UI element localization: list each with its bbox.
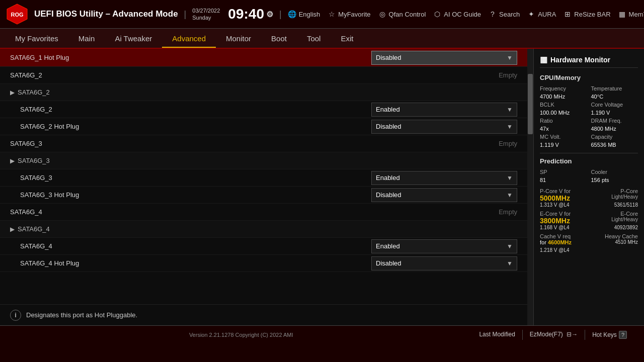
dropdown-value-sata6g4-hotplug: Disabled [376,259,401,267]
dropdown-sata6g4[interactable]: Enabled ▼ [371,239,517,253]
settings-icon[interactable]: ⚙ [266,10,273,19]
main-content: SATA6G_1 Hot Plug Disabled ▼ SATA6G_2 Em… [0,49,644,325]
ezmode-btn[interactable]: EzMode(F7) ⊟→ [522,330,585,340]
dropdown-sata6g3-hotplug[interactable]: Disabled ▼ [371,188,517,202]
bios-table: SATA6G_1 Hot Plug Disabled ▼ SATA6G_2 Em… [0,49,527,304]
search-label: Search [499,11,520,18]
dropdown-sata6g1-hotplug[interactable]: Disabled ▼ [371,51,517,65]
info-bar: i Designates this port as Hot Pluggable. [0,304,527,325]
row-sata6g3-section[interactable]: ▶ SATA6G_3 [0,152,527,169]
hw-monitor-title-text: Hardware Monitor [550,56,610,64]
chevron-down-icon: ▼ [507,54,513,61]
cache-row1: Cache V req Heavy Cache [540,233,638,239]
nav-aitweaker[interactable]: Ai Tweaker [105,30,162,47]
cache-block: Cache V req Heavy Cache for 4600MHz 4510… [540,233,638,253]
info-icon: i [10,310,21,321]
row-sata6g4-hotplug[interactable]: SATA6G_4 Hot Plug Disabled ▼ [0,255,527,272]
hw-monitor-panel: ▦ Hardware Monitor CPU/Memory Frequency … [533,49,644,325]
header-aioc[interactable]: ⬡ AI OC Guide [433,10,481,19]
expand-arrow-icon: ▶ [10,89,15,96]
footer-version: Version 2.21.1278 Copyright (C) 2022 AMI [189,332,293,338]
hotkeys-key-icon: ? [619,331,627,339]
header-myfavorite[interactable]: ☆ MyFavorite [327,10,370,19]
prediction-grid: SP Cooler 81 156 pts [540,169,638,183]
pcore-v-label: P-Core V for [540,188,571,194]
row-sata6g2[interactable]: SATA6G_2 Enabled ▼ [0,101,527,118]
question-icon: ? [488,10,497,19]
nav-boot[interactable]: Boot [261,30,297,47]
cpu-memory-grid: Frequency Temperature 4700 MHz 40°C BCLK… [540,85,638,148]
globe-icon: 🌐 [288,10,297,19]
chevron-down-icon: ▼ [507,106,513,113]
dropdown-sata6g2-hotplug[interactable]: Disabled ▼ [371,120,517,134]
row-sata6g3-status: SATA6G_3 Empty [0,135,527,152]
chevron-down-icon: ▼ [507,123,513,130]
corevolt-label: Core Voltage [591,102,638,108]
dropdown-sata6g4-hotplug[interactable]: Disabled ▼ [371,256,517,270]
dropdown-value-sata6g3: Enabled [376,174,400,182]
pcore-block: P-Core V for P-Core 5000MHz Light/Heavy … [540,188,638,208]
scrollbar-thumb[interactable] [528,74,533,134]
dropdown-sata6g3[interactable]: Enabled ▼ [371,171,517,185]
last-modified-btn[interactable]: Last Modified [472,330,522,340]
chevron-down-icon: ▼ [507,192,513,199]
header-aura[interactable]: ✦ AURA [527,10,556,19]
hw-divider [540,153,638,153]
date-text: 03/27/2022 [192,7,220,14]
ratio-label: Ratio [540,118,587,124]
row-sata6g3-hotplug[interactable]: SATA6G_3 Hot Plug Disabled ▼ [0,187,527,204]
label-sata6g4-hotplug: SATA6G_4 Hot Plug [20,259,371,267]
sp-value: 81 [540,177,587,183]
mcvolt-label: MC Volt. [540,134,587,140]
row-sata6g4-section[interactable]: ▶ SATA6G_4 [0,221,527,238]
nav-main[interactable]: Main [68,30,105,47]
freq-label: Frequency [540,85,587,92]
chevron-down-icon: ▼ [507,243,513,250]
row-sata6g2-hotplug[interactable]: SATA6G_2 Hot Plug Disabled ▼ [0,118,527,135]
time-value: 09:40 [228,6,264,22]
hw-monitor-title: ▦ Hardware Monitor [540,55,638,68]
nav-monitor[interactable]: Monitor [216,30,261,47]
aura-icon: ✦ [527,10,536,19]
expand-arrow-icon: ▶ [10,226,15,233]
rog-logo: ROG [6,3,28,25]
star-icon: ☆ [327,10,336,19]
ezmode-label: EzMode(F7) [530,331,563,338]
freq-value: 4700 MHz [540,94,587,100]
label-sata6g3-status: SATA6G_3 [10,140,499,147]
dropdown-sata6g2[interactable]: Enabled ▼ [371,103,517,117]
header-search[interactable]: ? Search [488,10,520,19]
mcvolt-value: 1.119 V [540,142,587,148]
memtest-icon: ▦ [618,10,627,19]
scrollbar[interactable] [527,49,533,325]
ecore-scores: 4092/3892 [614,225,638,230]
header-memtest[interactable]: ▦ MemTest86 [618,10,644,19]
nav-advanced[interactable]: Advanced [162,30,216,48]
cooler-label: Cooler [591,169,638,175]
nav-favorites[interactable]: My Favorites [5,30,68,47]
resize-label: ReSize BAR [574,11,610,18]
sp-label: SP [540,169,587,175]
label-sata6g2-section: SATA6G_2 [18,88,50,96]
row-sata6g2-section[interactable]: ▶ SATA6G_2 [0,84,527,101]
nav-tool[interactable]: Tool [297,30,331,47]
hotkeys-btn[interactable]: Hot Keys ? [585,330,634,340]
dramfreq-label: DRAM Freq. [591,118,638,124]
nav-exit[interactable]: Exit [331,30,363,47]
header-divider2: | [279,9,282,20]
empty-sata6g2: Empty [499,71,517,79]
header-resizebar[interactable]: ⊞ ReSize BAR [563,10,610,19]
row-sata6g4[interactable]: SATA6G_4 Enabled ▼ [0,238,527,255]
chevron-down-icon: ▼ [507,260,513,267]
cache-volt: 1.218 V @L4 [540,247,570,253]
ecore-row1: E-Core V for E-Core [540,211,638,217]
header-divider: | [184,9,187,20]
row-sata6g1-hotplug[interactable]: SATA6G_1 Hot Plug Disabled ▼ [0,49,527,67]
row-sata6g3[interactable]: SATA6G_3 Enabled ▼ [0,169,527,187]
dropdown-value-sata6g1-hotplug: Disabled [376,54,401,61]
label-sata6g3: SATA6G_3 [20,174,371,182]
header-english[interactable]: 🌐 English [288,10,320,19]
english-label: English [299,11,320,18]
header-qfan[interactable]: ◎ Qfan Control [378,10,426,19]
corevolt-value: 1.190 V [591,110,638,116]
